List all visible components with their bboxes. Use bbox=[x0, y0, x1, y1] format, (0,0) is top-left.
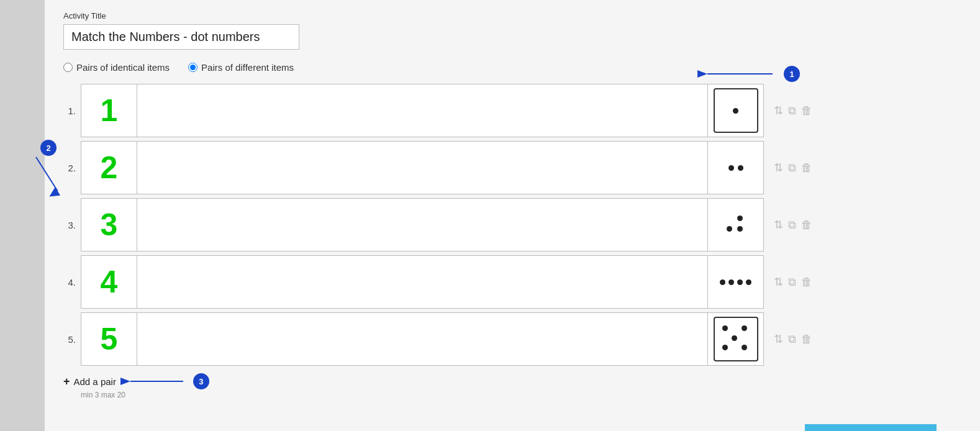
pair-container-4: 4 bbox=[81, 255, 764, 309]
min-max-text: min 3 max 20 bbox=[81, 391, 961, 399]
pair-actions-3: ⇅ ⧉ 🗑 bbox=[774, 218, 812, 232]
copy-icon-3[interactable]: ⧉ bbox=[788, 219, 796, 232]
table-row: 3. 3 ⇅ ⧉ bbox=[63, 198, 961, 252]
table-row: 1. 1 ⇅ ⧉ 🗑 bbox=[63, 84, 961, 137]
dot bbox=[720, 279, 725, 285]
pair-container-1: 1 bbox=[81, 84, 764, 137]
pair-number-3: 3. bbox=[63, 220, 76, 230]
delete-icon-5[interactable]: 🗑 bbox=[801, 333, 812, 346]
arrow-3-svg bbox=[127, 374, 189, 388]
dot bbox=[746, 279, 751, 285]
radio-identical-label: Pairs of identical items bbox=[76, 62, 170, 73]
pair-right-2 bbox=[707, 142, 763, 194]
pair-right-3 bbox=[707, 199, 763, 251]
table-row: 4. 4 ⇅ bbox=[63, 255, 961, 309]
pair-left-3: 3 bbox=[81, 199, 137, 251]
pair-middle-1 bbox=[137, 84, 707, 137]
activity-title-input[interactable] bbox=[63, 24, 299, 50]
add-pair-button[interactable]: + Add a pair bbox=[63, 375, 116, 388]
pair-middle-3 bbox=[137, 199, 707, 251]
dot bbox=[728, 279, 734, 285]
dot bbox=[737, 226, 743, 232]
delete-icon-1[interactable]: 🗑 bbox=[801, 104, 812, 117]
pair-middle-4 bbox=[137, 256, 707, 308]
dot bbox=[728, 165, 734, 171]
pair-left-num-5: 5 bbox=[101, 321, 118, 357]
reorder-icon-5[interactable]: ⇅ bbox=[774, 332, 783, 346]
pair-left-1: 1 bbox=[81, 84, 137, 137]
reorder-icon-4[interactable]: ⇅ bbox=[774, 275, 783, 289]
delete-icon-4[interactable]: 🗑 bbox=[801, 276, 812, 289]
dot bbox=[727, 226, 732, 232]
done-button[interactable]: Done bbox=[805, 424, 937, 431]
pair-number-5: 5. bbox=[63, 334, 76, 345]
dot bbox=[737, 216, 743, 221]
pair-number-1: 1. bbox=[63, 106, 76, 116]
dot-box-4 bbox=[714, 260, 758, 304]
main-content: Activity Title Pairs of identical items … bbox=[45, 0, 980, 431]
reorder-icon-3[interactable]: ⇅ bbox=[774, 218, 783, 232]
pair-right-1 bbox=[707, 84, 763, 137]
pair-left-num-2: 2 bbox=[101, 150, 118, 186]
dots-pattern-2 bbox=[728, 165, 743, 171]
copy-icon-2[interactable]: ⧉ bbox=[788, 161, 796, 175]
pair-left-num-3: 3 bbox=[101, 207, 118, 243]
pair-container-5: 5 bbox=[81, 312, 764, 366]
dot bbox=[732, 335, 737, 341]
reorder-icon-1[interactable]: ⇅ bbox=[774, 104, 783, 117]
copy-icon-5[interactable]: ⧉ bbox=[788, 333, 796, 346]
radio-identical-input[interactable] bbox=[63, 63, 73, 72]
pair-middle-5 bbox=[137, 313, 707, 365]
pair-right-4 bbox=[707, 256, 763, 308]
pair-number-4: 4. bbox=[63, 277, 76, 288]
pair-left-5: 5 bbox=[81, 313, 137, 365]
dot bbox=[722, 325, 728, 331]
arrow-2-svg bbox=[30, 157, 67, 194]
dot bbox=[737, 279, 743, 285]
dot-box-1 bbox=[714, 88, 758, 133]
pair-container-3: 3 bbox=[81, 198, 764, 252]
svg-line-3 bbox=[36, 157, 58, 191]
pair-actions-2: ⇅ ⧉ 🗑 bbox=[774, 161, 812, 175]
radio-identical[interactable]: Pairs of identical items bbox=[63, 62, 170, 73]
table-row: 2. 2 ⇅ ⧉ 🗑 bbox=[63, 141, 961, 194]
dot bbox=[742, 345, 747, 350]
dot bbox=[742, 325, 747, 331]
delete-icon-2[interactable]: 🗑 bbox=[801, 161, 812, 175]
dots-pattern-5 bbox=[722, 325, 750, 353]
dots-pattern-1 bbox=[733, 108, 738, 114]
dot bbox=[722, 345, 728, 350]
dot bbox=[738, 165, 743, 171]
dot-box-2 bbox=[714, 145, 758, 190]
copy-icon-1[interactable]: ⧉ bbox=[788, 104, 796, 117]
plus-icon: + bbox=[63, 375, 70, 388]
pair-container-2: 2 bbox=[81, 141, 764, 194]
dot-box-5 bbox=[714, 317, 758, 361]
add-pair-label: Add a pair bbox=[74, 376, 116, 387]
table-row: 5. 5 bbox=[63, 312, 961, 366]
pair-left-num-1: 1 bbox=[101, 93, 118, 129]
pair-right-5 bbox=[707, 313, 763, 365]
radio-different-input[interactable] bbox=[188, 63, 197, 72]
badge-2: 2 bbox=[40, 140, 57, 156]
pair-left-num-4: 4 bbox=[101, 264, 118, 300]
radio-different-label: Pairs of different items bbox=[201, 62, 294, 73]
activity-title-label: Activity Title bbox=[63, 11, 961, 20]
dot bbox=[733, 108, 738, 114]
reorder-icon-2[interactable]: ⇅ bbox=[774, 161, 783, 175]
delete-icon-3[interactable]: 🗑 bbox=[801, 219, 812, 232]
radio-row: Pairs of identical items Pairs of differ… bbox=[63, 62, 961, 73]
dots-pattern-4 bbox=[720, 279, 751, 285]
dots-pattern-3 bbox=[727, 216, 745, 234]
pair-actions-1: ⇅ ⧉ 🗑 bbox=[774, 104, 812, 117]
pair-middle-2 bbox=[137, 142, 707, 194]
dot-box-3 bbox=[714, 202, 758, 247]
pair-left-4: 4 bbox=[81, 256, 137, 308]
done-area: 4 Done bbox=[63, 424, 961, 431]
radio-different[interactable]: Pairs of different items bbox=[188, 62, 294, 73]
pair-left-2: 2 bbox=[81, 142, 137, 194]
copy-icon-4[interactable]: ⧉ bbox=[788, 276, 796, 289]
add-pair-row: + Add a pair 3 bbox=[63, 373, 961, 389]
pair-actions-4: ⇅ ⧉ 🗑 bbox=[774, 275, 812, 289]
badge-1: 1 bbox=[784, 66, 800, 82]
